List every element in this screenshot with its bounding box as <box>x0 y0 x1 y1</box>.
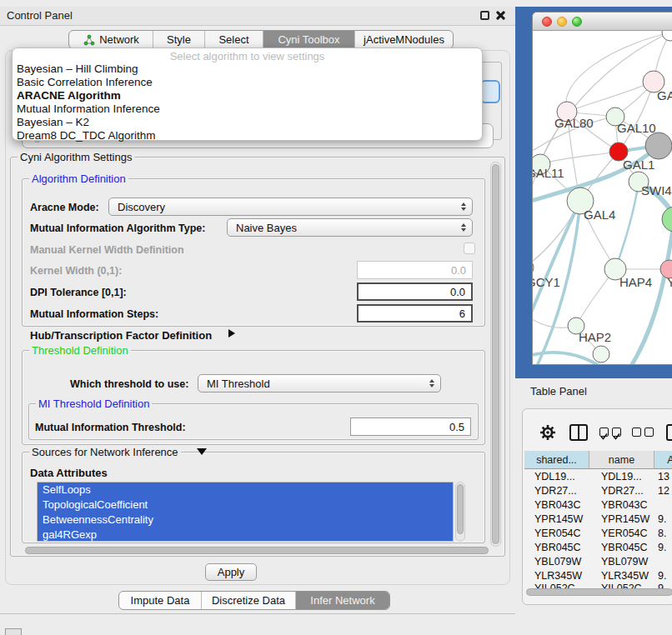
float-window-icon[interactable] <box>480 11 489 20</box>
kernel-width-label: Kernel Width (0,1): <box>30 265 122 277</box>
column-header-clipped[interactable]: A <box>654 451 672 469</box>
attribute-item[interactable]: SelfLoops <box>38 482 453 498</box>
table-cell[interactable]: YDR27... <box>601 484 644 498</box>
node[interactable] <box>662 207 672 232</box>
zoom-window-button[interactable] <box>572 17 582 27</box>
table-cell[interactable]: YPR145W <box>601 512 649 527</box>
control-panel-titlebar: Control Panel <box>0 7 515 26</box>
mi-steps-field[interactable]: 6 <box>357 304 473 322</box>
table-cell[interactable]: YBR043C <box>601 498 648 512</box>
dropdown-item-selected[interactable]: ARACNE Algorithm <box>13 89 482 102</box>
table-cell[interactable]: YDR27... <box>534 484 577 498</box>
tab-cyni-toolbox[interactable]: Cyni Toolbox <box>263 31 354 48</box>
select-all-icon[interactable] <box>599 428 609 437</box>
attribute-item[interactable]: TopologicalCoefficient <box>38 498 453 512</box>
attribute-item[interactable]: BetweennessCentrality <box>38 512 453 528</box>
attributes-scrollbar[interactable] <box>455 482 465 542</box>
kernel-width-field[interactable]: 0.0 <box>357 261 473 279</box>
table-cell[interactable]: YDL19... <box>601 470 642 484</box>
table-cell[interactable]: 13 <box>658 470 669 484</box>
settings-legend: Cyni Algorithm Settings <box>18 151 134 163</box>
table-cell[interactable]: 8. <box>658 527 666 541</box>
tab-network[interactable]: Network <box>69 31 153 48</box>
dropdown-item[interactable]: Dream8 DC_TDC Algorithm <box>13 129 482 142</box>
mi-steps-label: Mutual Information Steps: <box>30 308 158 320</box>
tab-network-label: Network <box>99 33 139 46</box>
table-options-icon[interactable] <box>666 424 672 441</box>
attributes-scrollbar-thumb[interactable] <box>457 484 464 534</box>
minimized-panel-button[interactable] <box>5 628 22 635</box>
dropdown-item[interactable]: Basic Correlation Inference <box>13 76 482 89</box>
attribute-item[interactable]: gal4RGexp <box>38 528 453 542</box>
manual-kernel-width-label: Manual Kernel Width Definition <box>30 244 184 256</box>
table-cell[interactable]: YDL19... <box>534 470 575 484</box>
network-canvas[interactable]: GAL7 GAL80 GAL10 GAL1 GAL11 SWI4 GAL4 GC… <box>533 31 672 365</box>
select-all-icon[interactable] <box>612 428 621 437</box>
dpi-tolerance-field[interactable]: 0.0 <box>357 282 473 301</box>
svg-text:GCY1: GCY1 <box>533 275 560 289</box>
settings-scrollbar-thumb[interactable] <box>492 164 499 544</box>
which-threshold-combo[interactable]: MI Threshold <box>198 374 441 392</box>
data-attributes-list: SelfLoops TopologicalCoefficient Between… <box>37 482 454 542</box>
aracne-mode-combo[interactable]: Discovery <box>108 198 473 216</box>
table-cell[interactable]: 12 <box>658 484 669 498</box>
close-window-button[interactable] <box>542 17 552 27</box>
column-header-name[interactable]: name <box>589 451 654 469</box>
dropdown-placeholder: Select algorithm to view settings <box>13 50 482 62</box>
settings-scrollbar[interactable] <box>490 162 501 547</box>
svg-text:HAP4: HAP4 <box>619 275 652 289</box>
table-cell[interactable]: YBL079W <box>534 555 581 569</box>
tab-style[interactable]: Style <box>153 31 204 48</box>
table-cell[interactable]: YBR043C <box>534 498 581 512</box>
tab-discretize-data[interactable]: Discretize Data <box>201 592 295 609</box>
mi-algorithm-type-combo[interactable]: Naive Bayes <box>227 218 473 237</box>
table-cell[interactable]: YER054C <box>534 527 581 541</box>
threshold-legend: Threshold Definition <box>29 344 131 357</box>
apply-button[interactable]: Apply <box>205 563 257 581</box>
network-view-window: GAL7 GAL80 GAL10 GAL1 GAL11 SWI4 GAL4 GC… <box>532 12 672 365</box>
focused-combo-stepper-fragment[interactable] <box>480 80 500 103</box>
node[interactable] <box>662 31 672 41</box>
collapse-arrow-icon[interactable] <box>197 448 207 455</box>
table-hscrollbar[interactable] <box>526 588 672 596</box>
node[interactable] <box>593 346 609 362</box>
dropdown-item[interactable]: Bayesian – Hill Climbing <box>13 62 482 76</box>
table-cell[interactable]: YER054C <box>601 527 648 541</box>
which-threshold-label: Which threshold to use: <box>70 378 188 390</box>
tab-jactivemnodules[interactable]: jActiveMNodules <box>354 31 453 48</box>
tab-impute-data[interactable]: Impute Data <box>119 592 201 609</box>
node[interactable] <box>645 132 672 159</box>
expand-arrow-icon[interactable] <box>228 329 235 338</box>
aracne-mode-label: Aracne Mode: <box>30 202 99 213</box>
algorithm-definition-legend: Algorithm Definition <box>29 172 128 185</box>
settings-hscrollbar[interactable] <box>25 547 489 554</box>
column-header-shared[interactable]: shared... <box>524 451 589 469</box>
table-cell[interactable]: YBL079W <box>601 555 648 569</box>
show-columns-icon[interactable] <box>569 424 588 441</box>
table-cell[interactable]: YBR045C <box>534 541 581 555</box>
deselect-all-icon[interactable] <box>644 428 654 437</box>
mi-algorithm-type-label: Mutual Information Algorithm Type: <box>30 222 205 234</box>
close-panel-icon[interactable] <box>495 10 505 20</box>
svg-text:GAL1: GAL1 <box>623 158 654 172</box>
network-window-titlebar[interactable] <box>533 12 672 31</box>
algorithm-dropdown-popup: Select algorithm to view settings Bayesi… <box>12 48 483 141</box>
table-cell[interactable]: 9 <box>658 582 664 588</box>
deselect-all-icon[interactable] <box>632 428 641 437</box>
minimize-window-button[interactable] <box>557 17 567 27</box>
table-cell[interactable]: YPR145W <box>534 512 583 527</box>
manual-kernel-width-checkbox[interactable] <box>464 242 475 254</box>
svg-text:Y: Y <box>667 275 672 289</box>
dropdown-item[interactable]: Mutual Information Inference <box>13 102 482 116</box>
table-cell[interactable]: 9. <box>658 541 666 555</box>
dropdown-item[interactable]: Bayesian – K2 <box>13 116 482 129</box>
tab-select[interactable]: Select <box>204 31 263 48</box>
table-cell[interactable]: 9. <box>658 512 666 527</box>
table-cell[interactable]: YBR045C <box>601 541 648 555</box>
mi-threshold-field[interactable]: 0.5 <box>350 418 471 436</box>
table-cell[interactable]: YIL052C <box>601 582 642 588</box>
control-panel-title: Control Panel <box>7 9 73 22</box>
table-cell[interactable]: YIL052C <box>534 582 575 588</box>
tab-infer-network[interactable]: Infer Network <box>295 592 389 609</box>
gear-icon[interactable] <box>539 424 556 441</box>
